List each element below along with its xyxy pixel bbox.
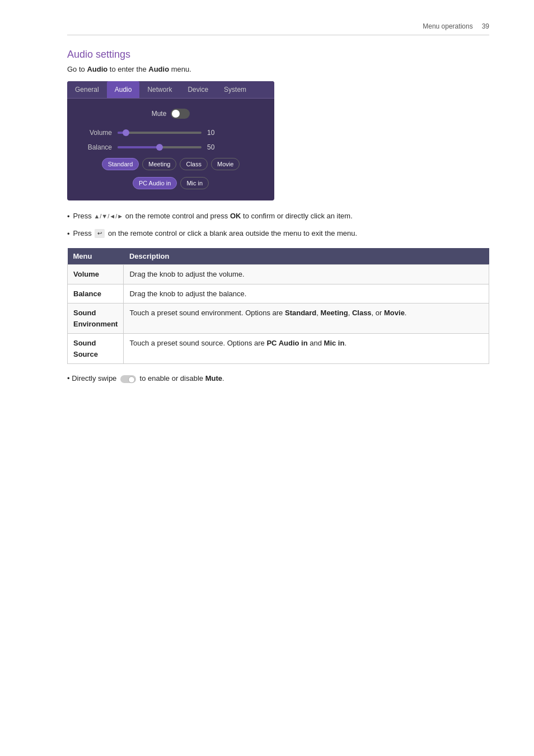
mute-row: Mute [78, 109, 263, 119]
class-bold: Class [352, 309, 372, 317]
menu-sound-label: SoundEnvironment [73, 309, 118, 328]
mute-note: • Directly swipe to enable or disable Mu… [67, 374, 489, 383]
back-icon: ↩ [95, 229, 105, 238]
nav-device[interactable]: Device [180, 81, 216, 98]
volume-value: 10 [207, 129, 221, 137]
volume-knob[interactable] [123, 129, 129, 136]
page-section-label: Menu operations [423, 22, 472, 30]
bullets-section: • Press ▲/▼/◄/► on the remote control an… [67, 211, 489, 239]
ui-screenshot: General Audio Network Device System Mute… [67, 81, 274, 200]
table-row: Balance Drag the knob to adjust the bala… [68, 284, 489, 304]
desc-sound-source-cell: Touch a preset sound source. Options are… [124, 334, 489, 364]
mute-label: Mute [152, 110, 167, 118]
standard-bold: Standard [285, 309, 316, 317]
meeting-bold: Meeting [321, 309, 348, 317]
table-row: Volume Drag the knob to adjust the volum… [68, 265, 489, 284]
balance-knob[interactable] [156, 144, 163, 151]
bullet-1-dot: • [67, 211, 70, 222]
audio-table: Menu Description Volume Drag the knob to… [67, 248, 489, 364]
volume-label: Volume [78, 129, 112, 137]
ok-label: OK [230, 212, 241, 220]
preset-standard[interactable]: Standard [102, 158, 139, 170]
volume-track[interactable] [118, 132, 202, 134]
balance-track[interactable] [118, 146, 202, 148]
nav-audio[interactable]: Audio [107, 81, 140, 98]
col-header-menu: Menu [68, 248, 124, 265]
balance-row: Balance 50 [78, 143, 263, 151]
page-number: 39 [482, 22, 489, 30]
menu-sound-source-label: Sound Source [73, 339, 98, 358]
desc-balance-cell: Drag the knob to adjust the balance. [124, 284, 489, 304]
table-header-row: Menu Description [68, 248, 489, 265]
bullet-2-dot: • [67, 228, 70, 240]
intro-audio-bold2: Audio [148, 65, 169, 73]
source-row: PC Audio in Mic in [78, 177, 263, 189]
ui-content: Mute Volume 10 Balance 50 [67, 99, 274, 200]
preset-meeting[interactable]: Meeting [142, 158, 176, 170]
page-header: Menu operations 39 [67, 22, 489, 35]
source-pc-audio[interactable]: PC Audio in [133, 177, 177, 189]
ui-nav: General Audio Network Device System [67, 81, 274, 99]
bullet-1: • Press ▲/▼/◄/► on the remote control an… [67, 211, 489, 222]
balance-label: Balance [78, 143, 112, 151]
preset-row: Standard Meeting Class Movie [78, 158, 263, 170]
desc-sound-env-cell: Touch a preset sound environment. Option… [124, 304, 489, 334]
menu-volume-label: Volume [73, 270, 99, 278]
intro-text: Go to Audio to enter the Audio menu. [67, 65, 489, 73]
volume-row: Volume 10 [78, 129, 263, 137]
balance-fill [118, 146, 160, 148]
bullet-1-text: Press ▲/▼/◄/► on the remote control and … [73, 211, 489, 222]
nav-system[interactable]: System [216, 81, 254, 98]
intro-audio-bold1: Audio [87, 65, 107, 73]
table-row: Sound Source Touch a preset sound source… [68, 334, 489, 364]
preset-movie[interactable]: Movie [211, 158, 240, 170]
preset-class[interactable]: Class [180, 158, 208, 170]
bullet-2-text: Press ↩ on the remote control or click a… [73, 228, 489, 239]
mic-in-bold: Mic in [324, 339, 345, 347]
menu-balance-cell: Balance [68, 284, 124, 304]
source-mic-in[interactable]: Mic in [180, 177, 209, 189]
col-header-description: Description [124, 248, 489, 265]
nav-network[interactable]: Network [139, 81, 180, 98]
table-row: SoundEnvironment Touch a preset sound en… [68, 304, 489, 334]
nav-arrows-icon: ▲/▼/◄/► [93, 213, 123, 220]
mute-toggle[interactable] [171, 109, 190, 119]
section-title: Audio settings [67, 49, 489, 60]
desc-volume-cell: Drag the knob to adjust the volume. [124, 265, 489, 284]
balance-value: 50 [207, 143, 221, 151]
nav-general[interactable]: General [67, 81, 107, 98]
page-container: Menu operations 39 Audio settings Go to … [0, 0, 534, 417]
movie-bold: Movie [384, 309, 405, 317]
mute-inline-toggle [120, 375, 136, 383]
bullet-2: • Press ↩ on the remote control or click… [67, 228, 489, 240]
menu-sound-source-cell: Sound Source [68, 334, 124, 364]
menu-sound-env-cell: SoundEnvironment [68, 304, 124, 334]
menu-balance-label: Balance [73, 290, 101, 298]
mute-bold: Mute [205, 374, 222, 382]
menu-volume-cell: Volume [68, 265, 124, 284]
pc-audio-bold: PC Audio in [266, 339, 307, 347]
